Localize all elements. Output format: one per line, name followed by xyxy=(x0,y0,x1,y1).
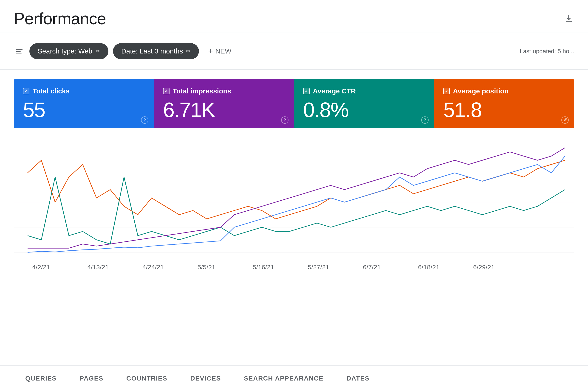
new-button[interactable]: + NEW xyxy=(203,42,236,60)
clicks-checkbox[interactable] xyxy=(23,88,30,94)
edit-icon: ✏ xyxy=(96,48,100,54)
tab-search-appearance[interactable]: SEARCH APPEARANCE xyxy=(232,366,335,392)
svg-text:4/24/21: 4/24/21 xyxy=(142,264,164,270)
svg-text:4/13/21: 4/13/21 xyxy=(87,264,109,270)
impressions-label: Total impressions xyxy=(173,87,231,95)
plus-icon: + xyxy=(208,46,213,56)
search-type-chip[interactable]: Search type: Web ✏ xyxy=(30,43,108,59)
page-title: Performance xyxy=(14,9,106,28)
metrics-container: Total clicks 55 ? Total impressions 6.71… xyxy=(14,79,574,128)
metric-impressions-header: Total impressions xyxy=(163,87,285,95)
bottom-tabs: QUERIES PAGES COUNTRIES DEVICES SEARCH A… xyxy=(0,365,588,392)
svg-text:6/29/21: 6/29/21 xyxy=(473,264,494,270)
position-value: 51.8 xyxy=(443,99,565,122)
metric-position-header: Average position xyxy=(443,87,565,95)
edit-icon-date: ✏ xyxy=(186,48,191,54)
svg-text:5/27/21: 5/27/21 xyxy=(308,264,329,270)
svg-text:5/5/21: 5/5/21 xyxy=(197,264,215,270)
position-label: Average position xyxy=(453,87,508,95)
ctr-label: Average CTR xyxy=(313,87,356,95)
filter-bar: Search type: Web ✏ Date: Last 3 months ✏… xyxy=(0,33,588,70)
last-updated: Last updated: 5 ho... xyxy=(520,48,574,55)
impressions-help-icon[interactable]: ? xyxy=(281,116,288,124)
page-container: Performance Search type: Web ✏ Date: Las… xyxy=(0,0,588,392)
download-icon[interactable] xyxy=(563,13,574,24)
impressions-value: 6.71K xyxy=(163,99,285,122)
position-checkbox[interactable] xyxy=(443,88,450,94)
tab-devices[interactable]: DEVICES xyxy=(179,366,232,392)
ctr-checkbox[interactable] xyxy=(303,88,310,94)
filter-icon[interactable] xyxy=(14,47,25,56)
date-chip[interactable]: Date: Last 3 months ✏ xyxy=(113,43,199,59)
position-help-icon[interactable]: ↺ xyxy=(561,116,569,124)
metric-clicks[interactable]: Total clicks 55 ? xyxy=(14,79,154,128)
tab-countries[interactable]: COUNTRIES xyxy=(115,366,179,392)
clicks-value: 55 xyxy=(23,99,145,122)
tab-pages[interactable]: PAGES xyxy=(68,366,115,392)
clicks-label: Total clicks xyxy=(33,87,70,95)
metric-ctr[interactable]: Average CTR 0.8% ? xyxy=(294,79,434,128)
metric-ctr-header: Average CTR xyxy=(303,87,425,95)
svg-text:6/7/21: 6/7/21 xyxy=(363,264,381,270)
metric-position[interactable]: Average position 51.8 ↺ xyxy=(434,79,574,128)
svg-text:5/16/21: 5/16/21 xyxy=(253,264,274,270)
chart-container: 4/2/21 4/13/21 4/24/21 5/5/21 5/16/21 5/… xyxy=(14,130,574,287)
tab-queries[interactable]: QUERIES xyxy=(14,366,68,392)
impressions-checkbox[interactable] xyxy=(163,88,169,94)
metric-clicks-header: Total clicks xyxy=(23,87,145,95)
tab-dates[interactable]: DATES xyxy=(335,366,381,392)
header: Performance xyxy=(0,0,588,33)
ctr-value: 0.8% xyxy=(303,99,425,122)
metric-impressions[interactable]: Total impressions 6.71K ? xyxy=(154,79,294,128)
svg-text:4/2/21: 4/2/21 xyxy=(32,264,50,270)
clicks-help-icon[interactable]: ? xyxy=(141,116,148,124)
svg-text:6/18/21: 6/18/21 xyxy=(418,264,439,270)
ctr-help-icon[interactable]: ? xyxy=(421,116,429,124)
performance-chart: 4/2/21 4/13/21 4/24/21 5/5/21 5/16/21 5/… xyxy=(14,135,574,278)
